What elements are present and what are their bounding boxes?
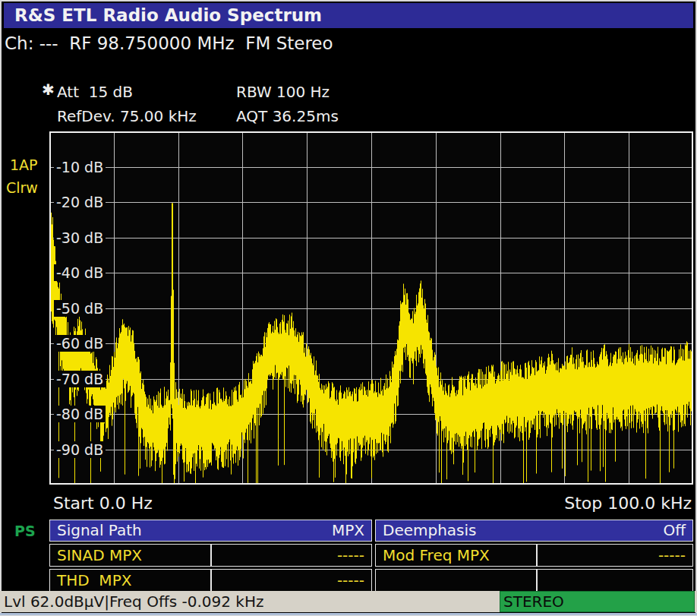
table-row: THD MPX ----- <box>49 569 693 592</box>
window-title: R&S ETL Radio Audio Spectrum <box>4 3 693 28</box>
y-axis-label: -80 dB <box>54 406 106 422</box>
etl-instrument-screen: R&S ETL Radio Audio Spectrum Ch: --- RF … <box>0 0 697 616</box>
trace-mode-label: 1AP <box>10 156 38 173</box>
modfreq-label-cell: Mod Freq MPX <box>375 544 537 567</box>
thd-value-cell: ----- <box>211 569 372 592</box>
status-bar: Lvl 62.0dBµV|Freq Offs -0.092 kHz STEREO <box>0 591 697 612</box>
aqt-setting: AQT 36.25ms <box>236 107 339 125</box>
header-deemphasis-label: Deemphasis <box>383 520 477 541</box>
y-axis-label: -60 dB <box>54 335 106 352</box>
stereo-indicator-badge: STEREO <box>500 591 695 612</box>
attenuation-setting: Att 15 dB <box>57 83 133 101</box>
modfreq-value-cell: ----- <box>537 544 693 567</box>
y-axis-label: -10 dB <box>54 159 106 175</box>
header-deemphasis: Deemphasis Off <box>375 520 693 542</box>
sinad-label-cell: SINAD MPX <box>49 544 211 567</box>
rbw-setting: RBW 100 Hz <box>236 83 330 101</box>
results-table: Signal Path MPX Deemphasis Off SINAD MPX… <box>49 520 693 592</box>
results-table-header: Signal Path MPX Deemphasis Off <box>49 520 693 542</box>
settings-changed-star-icon: ✱ <box>42 81 55 99</box>
start-frequency-label: Start 0.0 Hz <box>53 494 153 513</box>
empty-label-cell <box>375 569 537 592</box>
header-signal-path-value: MPX <box>332 520 364 541</box>
y-axis-label: -40 dB <box>54 264 106 281</box>
trace-detector-label: Clrw <box>6 179 38 196</box>
channel-info-line: Ch: --- RF 98.750000 MHz FM Stereo <box>5 33 333 53</box>
level-freq-offset-status: Lvl 62.0dBµV|Freq Offs -0.092 kHz <box>4 591 263 612</box>
thd-label-cell: THD MPX <box>49 569 211 592</box>
stop-frequency-label: Stop 100.0 kHz <box>564 494 692 513</box>
table-row: SINAD MPX ----- Mod Freq MPX ----- <box>49 544 693 567</box>
spectrum-plot: -10 dB-20 dB-30 dB-40 dB-50 dB-60 dB-70 … <box>49 131 693 485</box>
header-signal-path-label: Signal Path <box>57 520 142 541</box>
ps-indicator: PS <box>14 523 36 539</box>
y-axis-label: -70 dB <box>54 371 106 387</box>
empty-value-cell <box>537 569 693 592</box>
y-axis-label: -30 dB <box>54 229 106 246</box>
spectrum-canvas <box>49 131 693 485</box>
sinad-value-cell: ----- <box>211 544 372 567</box>
y-axis-label: -90 dB <box>54 441 106 458</box>
header-deemphasis-value: Off <box>663 520 686 541</box>
y-axis-label: -20 dB <box>54 194 106 210</box>
y-axis-label: -50 dB <box>54 300 106 317</box>
refdev-setting: RefDev. 75.00 kHz <box>57 107 197 125</box>
header-signal-path: Signal Path MPX <box>49 520 372 542</box>
frequency-axis-row: Start 0.0 Hz Stop 100.0 kHz <box>49 494 693 513</box>
bottom-frame-line <box>0 613 697 615</box>
